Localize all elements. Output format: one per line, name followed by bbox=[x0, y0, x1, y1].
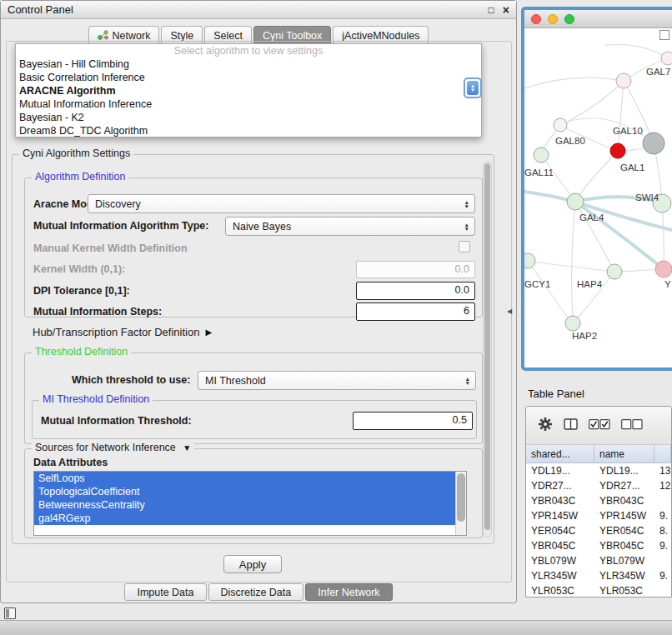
node-label: HAP4 bbox=[577, 279, 603, 289]
algorithm-combo-stepper-button[interactable]: ▲▼ bbox=[464, 78, 482, 98]
scrollbar-thumb[interactable] bbox=[484, 163, 490, 530]
status-bar bbox=[0, 620, 672, 635]
network-canvas[interactable]: GAL7 GAL80 GAL10 GAL1 GAL11 SWI4 GAL4 GC… bbox=[524, 28, 672, 368]
cell-shared: YLR345W bbox=[526, 568, 594, 583]
tab-impute-data[interactable]: Impute Data bbox=[124, 583, 206, 601]
algorithm-option[interactable]: Bayesian - Hill Climbing bbox=[16, 58, 481, 71]
column-header-extra[interactable] bbox=[654, 445, 671, 462]
restore-icon[interactable]: □ bbox=[489, 5, 494, 15]
close-traffic-icon[interactable] bbox=[531, 14, 541, 24]
list-item[interactable]: gal4RGexp bbox=[34, 512, 455, 525]
splitter-collapse-icon[interactable]: ◀ bbox=[507, 308, 512, 315]
algorithm-option-selected[interactable]: ARACNE Algorithm bbox=[16, 84, 481, 98]
selected-value: Naive Bayes bbox=[233, 221, 291, 232]
table-row[interactable]: YBL079W YBL079W bbox=[526, 553, 671, 568]
minimize-traffic-icon[interactable] bbox=[548, 14, 558, 24]
column-layout-icon[interactable] bbox=[564, 418, 578, 434]
node-label: SWI4 bbox=[635, 192, 659, 202]
which-threshold-select[interactable]: MI Threshold ▲▼ bbox=[198, 371, 476, 390]
algorithm-dropdown-popup: Select algorithm to view settings Bayesi… bbox=[15, 43, 482, 138]
combo-arrows-icon: ▲▼ bbox=[464, 222, 469, 231]
column-header-name[interactable]: name bbox=[594, 445, 654, 462]
algorithm-option[interactable]: Basic Correlation Inference bbox=[16, 71, 481, 84]
list-item[interactable]: BetweennessCentrality bbox=[34, 498, 455, 512]
node-label: GAL4 bbox=[579, 212, 604, 222]
tab-discretize-data[interactable]: Discretize Data bbox=[208, 583, 304, 601]
mi-threshold-field[interactable]: 0.5 bbox=[353, 412, 473, 430]
dpi-tolerance-field[interactable]: 0.0 bbox=[356, 282, 475, 300]
overview-widget[interactable] bbox=[659, 30, 669, 40]
network-edges-highlight bbox=[524, 192, 672, 269]
network-node[interactable] bbox=[616, 73, 631, 88]
group-title: MI Threshold Definition bbox=[39, 393, 153, 405]
popup-placeholder: Select algorithm to view settings bbox=[16, 44, 481, 58]
apply-button[interactable]: Apply bbox=[223, 555, 282, 573]
list-item[interactable]: TopologicalCoefficient bbox=[34, 485, 455, 498]
table-row[interactable]: YPR145W YPR145W 9. bbox=[526, 508, 671, 523]
network-view-window: GAL7 GAL80 GAL10 GAL1 GAL11 SWI4 GAL4 GC… bbox=[521, 7, 672, 371]
table-header-row: shared... name bbox=[526, 445, 671, 463]
data-attributes-label: Data Attributes bbox=[33, 457, 108, 468]
tab-label: Style bbox=[170, 30, 193, 42]
deselect-all-icon[interactable] bbox=[621, 418, 643, 433]
network-node[interactable] bbox=[655, 261, 672, 278]
manual-kernel-width-checkbox[interactable] bbox=[459, 241, 470, 252]
combo-arrows-icon: ▲▼ bbox=[465, 377, 470, 385]
attributes-list[interactable]: SelfLoops TopologicalCoefficient Between… bbox=[33, 471, 467, 536]
mi-steps-label: Mutual Information Steps: bbox=[33, 306, 162, 318]
cell-extra: 9. bbox=[654, 508, 671, 523]
settings-scrollbar[interactable] bbox=[483, 161, 492, 538]
settings-gear-icon[interactable] bbox=[538, 417, 553, 435]
table-panel-title: Table Panel bbox=[528, 388, 584, 400]
select-all-icon[interactable] bbox=[589, 418, 610, 433]
table-row[interactable]: YBR043C YBR043C bbox=[526, 493, 671, 508]
table-row[interactable]: YDR27... YDR27... 12 bbox=[526, 478, 671, 493]
collapse-down-icon[interactable]: ▼ bbox=[183, 443, 191, 452]
aracne-mode-select[interactable]: Discovery ▲▼ bbox=[88, 194, 475, 213]
network-node[interactable] bbox=[565, 316, 580, 331]
network-node[interactable] bbox=[524, 253, 535, 268]
control-panel-window: Control Panel □ × Network Style bbox=[0, 0, 517, 603]
network-node[interactable] bbox=[610, 143, 625, 158]
cell-name: YER054C bbox=[594, 523, 654, 538]
network-node[interactable] bbox=[567, 193, 584, 210]
zoom-traffic-icon[interactable] bbox=[564, 14, 574, 24]
algorithm-option[interactable]: Mutual Information Inference bbox=[16, 98, 481, 111]
node-label: GCY1 bbox=[524, 279, 550, 289]
table-row[interactable]: YDL19... YDL19... 13 bbox=[526, 463, 671, 478]
mi-steps-field[interactable]: 6 bbox=[356, 302, 475, 321]
table-row[interactable]: YLR053C YLR053C bbox=[526, 583, 671, 598]
cell-shared: YDR27... bbox=[526, 478, 594, 493]
node-label: GAL1 bbox=[620, 162, 644, 172]
node-label: Y bbox=[664, 279, 671, 289]
sources-title-row[interactable]: Sources for Network Inference ▼ bbox=[32, 442, 194, 453]
hidden-panel-icon[interactable] bbox=[4, 608, 16, 619]
kernel-width-field[interactable]: 0.0 bbox=[356, 261, 475, 278]
algorithm-option[interactable]: Bayesian - K2 bbox=[16, 111, 481, 124]
group-title: Cyni Algorithm Settings bbox=[19, 148, 133, 159]
mi-threshold-definition-group: MI Threshold Definition Mutual Informati… bbox=[32, 400, 477, 439]
scrollbar-thumb[interactable] bbox=[457, 473, 465, 522]
table-row[interactable]: YBR045C YBR045C 9. bbox=[526, 538, 671, 553]
bottom-tabbar: Impute Data Discretize Data Infer Networ… bbox=[1, 583, 516, 601]
network-node[interactable] bbox=[534, 148, 549, 162]
table-panel-window: shared... name YDL19... YDL19... 13 YDR2… bbox=[525, 406, 672, 598]
combo-arrows-icon: ▲▼ bbox=[464, 200, 469, 208]
network-window-titlebar bbox=[524, 10, 672, 28]
list-scrollbar[interactable] bbox=[455, 472, 466, 535]
list-item[interactable]: SelfLoops bbox=[34, 472, 455, 485]
mi-algorithm-type-select[interactable]: Naive Bayes ▲▼ bbox=[225, 217, 475, 236]
table-row[interactable]: YLR345W YLR345W 9. bbox=[526, 568, 671, 583]
expand-right-icon[interactable]: ▶ bbox=[205, 328, 212, 337]
selected-value: MI Threshold bbox=[205, 375, 266, 387]
network-node[interactable] bbox=[554, 118, 567, 132]
algorithm-option[interactable]: Dream8 DC_TDC Algorithm bbox=[16, 124, 481, 138]
column-header-shared-name[interactable]: shared... bbox=[526, 445, 594, 462]
close-icon[interactable]: × bbox=[503, 4, 509, 16]
hub-transcription-factor-section[interactable]: Hub/Transcription Factor Definition ▶ bbox=[33, 326, 212, 338]
network-node[interactable] bbox=[607, 264, 622, 279]
table-row[interactable]: YER054C YER054C 8. bbox=[526, 523, 671, 538]
network-node[interactable] bbox=[643, 132, 664, 154]
network-node[interactable] bbox=[661, 52, 672, 65]
tab-infer-network[interactable]: Infer Network bbox=[305, 583, 392, 601]
